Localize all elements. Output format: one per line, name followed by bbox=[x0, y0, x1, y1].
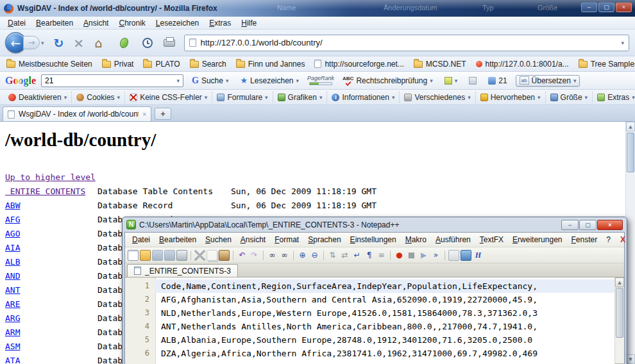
menu-datei[interactable]: Datei bbox=[3, 17, 31, 29]
dropdown-icon[interactable]: ▾ bbox=[319, 94, 323, 101]
entry-link-ago[interactable]: AGO bbox=[5, 227, 20, 241]
show-all-characters-icon[interactable]: ¶ bbox=[364, 250, 375, 261]
minimize-button[interactable]: – bbox=[581, 3, 597, 12]
entry-link-alb[interactable]: ALB bbox=[5, 255, 20, 269]
menu-chronik[interactable]: Chronik bbox=[114, 17, 150, 29]
save-icon[interactable] bbox=[152, 250, 163, 261]
history-dropdown[interactable]: ▾ bbox=[41, 40, 44, 46]
maximize-button[interactable]: ▢ bbox=[598, 3, 614, 12]
npp-menu-sprachen[interactable]: Sprachen bbox=[303, 234, 345, 245]
dropdown-icon[interactable]: ▾ bbox=[585, 94, 588, 101]
line-text[interactable]: Code,Name,Continent,Region,SurfaceArea,I… bbox=[155, 279, 614, 293]
close-button[interactable]: × bbox=[597, 220, 623, 230]
google-search-input[interactable]: 21 ▾ bbox=[41, 74, 183, 87]
new-tab-button[interactable]: + bbox=[155, 108, 171, 120]
stop-button[interactable]: × bbox=[71, 35, 87, 51]
entry-link-and[interactable]: AND bbox=[5, 269, 20, 283]
entry-link-afg[interactable]: AFG bbox=[5, 213, 20, 227]
minimize-button[interactable]: – bbox=[561, 220, 579, 230]
webdev-informationen[interactable]: iInformationen▾ bbox=[327, 92, 400, 103]
webdev-hervorheben[interactable]: Hervorheben▾ bbox=[476, 92, 546, 103]
dropdown-icon[interactable]: ▾ bbox=[64, 94, 67, 101]
spellcheck-dropdown-icon[interactable]: ▾ bbox=[430, 78, 433, 84]
redo-icon[interactable]: ↷ bbox=[249, 250, 260, 261]
function-list-icon[interactable] bbox=[461, 250, 471, 261]
npp-menu-ansicht[interactable]: Ansicht bbox=[236, 234, 270, 245]
npp-menu-suchen[interactable]: Suchen bbox=[201, 234, 236, 245]
google-bookmarks-button[interactable]: ★ Lesezeichen ▾ bbox=[237, 75, 302, 86]
line-text[interactable]: ALB,Albania,Europe,Southern Europe,28748… bbox=[155, 333, 614, 347]
pagerank-widget[interactable]: PageRank bbox=[307, 76, 334, 85]
npp-menu-bearbeiten[interactable]: Bearbeiten bbox=[155, 234, 201, 245]
line-text[interactable]: NLD,Netherlands,Europe,Western Europe,41… bbox=[155, 306, 614, 320]
menu-ansicht[interactable]: Ansicht bbox=[78, 17, 114, 29]
bookmark-plato[interactable]: PLATO bbox=[143, 60, 180, 69]
webdev-deaktivieren[interactable]: Deaktivieren▾ bbox=[4, 92, 72, 103]
address-dropdown-icon[interactable]: ▾ bbox=[621, 40, 624, 46]
new-file-icon[interactable] bbox=[128, 250, 139, 261]
maximize-button[interactable]: ▢ bbox=[579, 220, 597, 230]
stop-macro-icon[interactable]: ■ bbox=[406, 250, 417, 261]
webdev-formulare[interactable]: Formulare▾ bbox=[212, 92, 273, 103]
cut-icon[interactable] bbox=[194, 250, 205, 261]
bookmark-localhost-8001[interactable]: http://127.0.0.1:8001/a... bbox=[476, 60, 569, 69]
paste-icon[interactable] bbox=[219, 250, 230, 261]
entry-link-entire-contents[interactable]: ENTIRE CONTENTS bbox=[5, 185, 85, 199]
line-text[interactable]: DZA,Algeria,Africa,Northern Africa,23817… bbox=[155, 347, 614, 360]
zoom-in-icon[interactable]: ⊕ bbox=[297, 250, 308, 261]
google-search-value[interactable]: 21 bbox=[45, 76, 173, 85]
google-search-button[interactable]: G Suche ▾ bbox=[189, 75, 232, 87]
search-options-dropdown-icon[interactable]: ▾ bbox=[226, 78, 229, 84]
scrollbar-thumb[interactable] bbox=[627, 133, 634, 172]
copy-icon[interactable] bbox=[207, 250, 217, 261]
tab-close-icon[interactable]: × bbox=[142, 111, 146, 118]
bookmark-search[interactable]: Search bbox=[190, 60, 226, 69]
bookmark-sourceforge[interactable]: http://sourceforge.net... bbox=[314, 60, 403, 69]
entry-link-arg[interactable]: ARG bbox=[5, 311, 20, 326]
npp-tab-entire-contents[interactable]: _ENTIRE_CONTENTS-3 bbox=[127, 264, 238, 277]
address-bar[interactable]: http://127.0.0.1/world-db/country/ ▾ bbox=[184, 35, 629, 51]
scroll-up-icon[interactable]: ▲ bbox=[615, 277, 624, 287]
home-button[interactable]: ⌂ bbox=[90, 35, 107, 51]
open-icon[interactable] bbox=[140, 250, 151, 261]
entry-link-asm[interactable]: ASM bbox=[5, 340, 20, 354]
entry-link-ata[interactable]: ATA bbox=[5, 354, 20, 364]
reload-button[interactable]: ↻ bbox=[51, 35, 67, 51]
scroll-down-icon[interactable]: ▼ bbox=[626, 354, 635, 364]
npp-menu-textfx[interactable]: TextFX bbox=[475, 234, 508, 245]
print-button[interactable] bbox=[161, 35, 178, 51]
notepadpp-titlebar[interactable]: N C:\Users\Martin\AppData\Local\Temp\_EN… bbox=[124, 217, 625, 232]
entry-link-abw[interactable]: ABW bbox=[5, 199, 20, 213]
webdev-cookies[interactable]: Cookies▾ bbox=[72, 92, 125, 103]
feed-button[interactable] bbox=[116, 35, 133, 51]
editor-area[interactable]: 1Code,Name,Continent,Region,SurfaceArea,… bbox=[125, 277, 624, 364]
autofill-button[interactable]: ▾ bbox=[441, 76, 461, 85]
webdev-css-fehler[interactable]: Keine CSS-Fehler▾ bbox=[125, 92, 212, 103]
webdev-verschiedenes[interactable]: Verschiedenes▾ bbox=[400, 92, 475, 103]
up-to-higher-level-link[interactable]: Up to higher level bbox=[5, 172, 96, 182]
dropdown-icon[interactable]: ▾ bbox=[117, 94, 121, 101]
line-text[interactable]: ANT,Netherlands Antilles,North America,C… bbox=[155, 320, 614, 333]
scrollbar-thumb[interactable] bbox=[616, 288, 623, 338]
entry-link-are[interactable]: ARE bbox=[5, 297, 20, 311]
menu-lesezeichen[interactable]: Lesezeichen bbox=[151, 17, 204, 29]
webdev-extras[interactable]: Extras▾ bbox=[593, 92, 635, 103]
history-clock-button[interactable] bbox=[139, 35, 156, 51]
indent-guide-icon[interactable]: ≡ bbox=[376, 250, 387, 261]
spellcheck-button[interactable]: ABC Rechtschreibprüfung ▾ bbox=[339, 76, 436, 86]
menu-hilfe[interactable]: Hilfe bbox=[236, 17, 262, 29]
dropdown-icon[interactable]: ▾ bbox=[468, 94, 471, 101]
sync-scroll-horizontal-icon[interactable]: ⇄ bbox=[339, 250, 350, 261]
webdev-grafiken[interactable]: Grafiken▾ bbox=[273, 92, 328, 103]
npp-menu-einstellungen[interactable]: Einstellungen bbox=[346, 234, 401, 245]
save-all-icon[interactable] bbox=[164, 250, 175, 261]
address-text[interactable]: http://127.0.0.1/world-db/country/ bbox=[201, 38, 617, 47]
npp-menu-makro[interactable]: Makro bbox=[401, 234, 431, 245]
run-macro-multiple-icon[interactable]: » bbox=[430, 250, 441, 261]
line-text[interactable]: AFG,Afghanistan,Asia,Southern and Centra… bbox=[155, 293, 614, 306]
hex-editor-icon[interactable]: H bbox=[473, 250, 484, 261]
webdev-groesse[interactable]: Größe▾ bbox=[546, 92, 593, 103]
bookmark-most-visited[interactable]: Meistbesuchte Seiten bbox=[6, 60, 92, 69]
sync-scroll-vertical-icon[interactable]: ⇅ bbox=[327, 250, 338, 261]
marker-button[interactable] bbox=[466, 76, 480, 85]
